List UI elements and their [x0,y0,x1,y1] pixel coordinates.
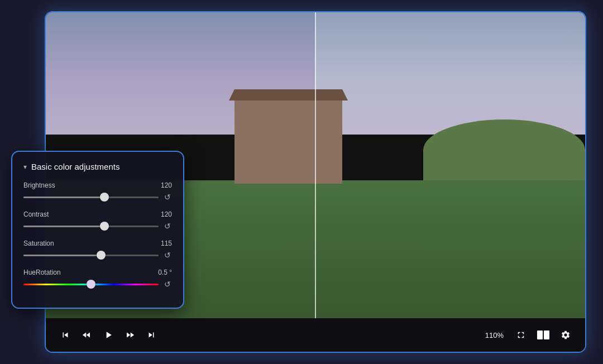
contrast-label: Contrast [23,210,49,218]
hue-rotation-row: HueRotation 0.5 ° ↺ [23,269,172,290]
rewind-button[interactable] [78,327,95,343]
pavilion-roof [229,89,348,100]
adjustments-panel: ▾ Basic color adjustments Brightness 120… [11,151,184,309]
svg-rect-0 [537,331,543,339]
layout-button[interactable] [534,327,553,343]
hue-rotation-slider[interactable] [23,284,159,285]
hue-rotation-value: 0.5 ° [158,269,172,276]
skip-back-button[interactable] [57,327,74,343]
brightness-slider[interactable] [23,197,159,198]
saturation-value: 115 [161,240,172,247]
hue-rotation-label: HueRotation [23,269,61,276]
sky-right [315,12,585,135]
zoom-level: 110% [485,331,504,339]
brightness-reset-button[interactable]: ↺ [163,191,172,203]
panel-header: ▾ Basic color adjustments [23,162,172,171]
saturation-label: Saturation [23,240,54,247]
brightness-label: Brightness [23,181,55,189]
brightness-row: Brightness 120 ↺ [23,181,172,203]
contrast-reset-button[interactable]: ↺ [163,221,172,232]
contrast-value: 120 [161,210,172,218]
control-bar: 110% [46,318,585,352]
contrast-row: Contrast 120 ↺ [23,210,172,232]
settings-button[interactable] [557,327,574,343]
panel-title: Basic color adjustments [31,162,119,171]
brightness-value: 120 [161,181,172,189]
hue-rotation-reset-button[interactable]: ↺ [163,279,172,290]
hills [423,119,585,181]
contrast-slider[interactable] [23,226,159,227]
svg-rect-1 [544,331,549,339]
fullscreen-button[interactable] [513,327,529,343]
play-button[interactable] [99,326,117,344]
pavilion [234,98,342,183]
main-container: 110% ▾ Basic color adjustments [11,11,592,353]
saturation-slider[interactable] [23,255,159,256]
split-line [315,12,316,318]
skip-forward-button[interactable] [143,327,160,343]
fast-forward-button[interactable] [122,327,138,343]
saturation-row: Saturation 115 ↺ [23,240,172,261]
saturation-reset-button[interactable]: ↺ [163,250,172,261]
panel-chevron-icon[interactable]: ▾ [23,163,27,171]
